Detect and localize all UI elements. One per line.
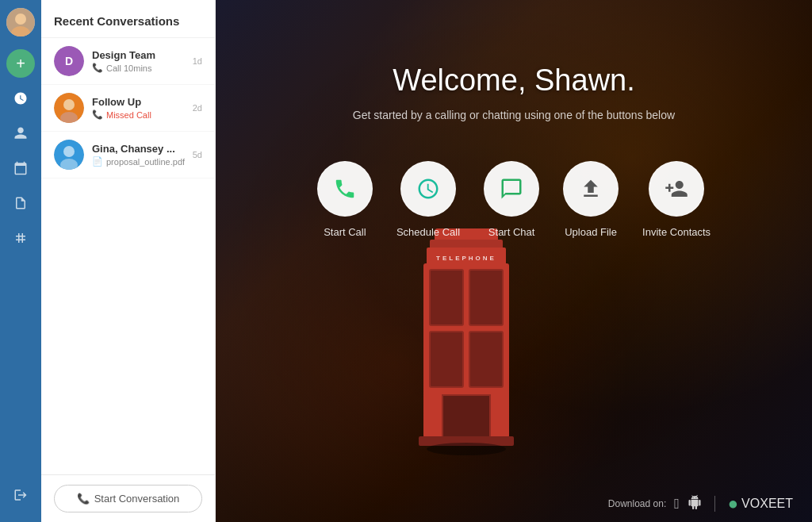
conv-name-follow-up: Follow Up: [92, 96, 185, 108]
avatar-gina: [54, 140, 84, 170]
invite-contacts-button[interactable]: Invite Contacts: [642, 161, 710, 238]
conv-time-gina: 5d: [193, 150, 202, 159]
welcome-title: Welcome, Shawn.: [393, 63, 635, 98]
start-call-label: Start Call: [324, 226, 366, 238]
voxeet-brand: ● VOXEET: [728, 493, 793, 514]
call-icon-design-team: 📞: [92, 63, 103, 73]
conv-sub-design-team: 📞 Call 10mins: [92, 63, 185, 73]
sidebar-title: Recent Conversations: [41, 0, 215, 38]
footer-divider: [714, 496, 715, 512]
action-buttons-container: Start Call Schedule Call Start Chat: [317, 161, 710, 238]
logout-button[interactable]: [6, 481, 35, 509]
schedule-call-circle: [400, 161, 456, 217]
compose-button[interactable]: +: [6, 49, 35, 78]
svg-point-9: [63, 146, 75, 157]
apple-store-icon[interactable]: : [674, 496, 680, 512]
main-area: TELEPHONE Welcome, Shawn. Get started by…: [216, 0, 812, 522]
conversation-item-follow-up[interactable]: Follow Up 📞 Missed Call 2d: [41, 85, 215, 132]
sidebar-footer: 📞 Start Conversation: [41, 474, 215, 522]
missed-call-icon: 📞: [92, 109, 103, 120]
android-store-icon[interactable]: [688, 495, 702, 513]
conversation-list: D Design Team 📞 Call 10mins 1d Follow Up…: [41, 38, 215, 474]
invite-contacts-label: Invite Contacts: [642, 226, 710, 238]
nav-bar: +: [0, 0, 41, 522]
phone-icon-start: 📞: [77, 493, 90, 505]
start-call-button[interactable]: Start Call: [317, 161, 373, 238]
voxeet-dot: ●: [728, 493, 738, 514]
user-avatar[interactable]: [6, 8, 35, 36]
conv-time-design-team: 1d: [193, 56, 202, 66]
start-conversation-button[interactable]: 📞 Start Conversation: [54, 485, 202, 512]
start-call-circle: [317, 161, 373, 217]
upload-file-button[interactable]: Upload File: [563, 161, 619, 238]
download-label: Download on:: [608, 498, 666, 509]
welcome-subtitle: Get started by a calling or chatting usi…: [353, 109, 675, 121]
conv-sub-gina: 📄 proposal_outline.pdf: [92, 156, 185, 167]
svg-point-6: [63, 99, 75, 110]
svg-text:D: D: [65, 55, 73, 67]
files-icon[interactable]: [6, 189, 35, 217]
svg-point-1: [15, 13, 26, 25]
schedule-call-button[interactable]: Schedule Call: [396, 161, 460, 238]
voxeet-name: VOXEET: [741, 497, 793, 511]
start-chat-label: Start Chat: [488, 226, 535, 238]
conv-name-gina: Gina, Chansey ...: [92, 143, 185, 155]
conv-time-follow-up: 2d: [193, 103, 202, 113]
avatar-follow-up: [54, 93, 84, 123]
conv-info-design-team: Design Team 📞 Call 10mins: [92, 49, 185, 73]
contacts-icon[interactable]: [6, 119, 35, 148]
conv-sub-follow-up: 📞 Missed Call: [92, 109, 185, 120]
main-footer: Download on:  ● VOXEET: [216, 486, 812, 522]
start-chat-circle: [484, 161, 539, 217]
avatar-design-team: D: [54, 46, 84, 76]
conv-info-follow-up: Follow Up 📞 Missed Call: [92, 96, 185, 120]
invite-contacts-circle: [649, 161, 704, 217]
conv-info-gina: Gina, Chansey ... 📄 proposal_outline.pdf: [92, 143, 185, 167]
file-icon-gina: 📄: [92, 156, 103, 167]
start-chat-button[interactable]: Start Chat: [484, 161, 539, 238]
sidebar: Recent Conversations D Design Team 📞 Cal…: [41, 0, 216, 522]
upload-file-label: Upload File: [565, 226, 617, 238]
hashtag-icon[interactable]: [6, 224, 35, 252]
schedule-call-label: Schedule Call: [396, 226, 460, 238]
main-content: Welcome, Shawn. Get started by a calling…: [216, 0, 812, 486]
conversation-item-gina[interactable]: Gina, Chansey ... 📄 proposal_outline.pdf…: [41, 132, 215, 178]
upload-file-circle: [563, 161, 619, 217]
recent-icon[interactable]: [6, 84, 35, 113]
conversation-item-design-team[interactable]: D Design Team 📞 Call 10mins 1d: [41, 38, 215, 85]
calendar-icon[interactable]: [6, 154, 35, 182]
conv-name-design-team: Design Team: [92, 49, 185, 61]
